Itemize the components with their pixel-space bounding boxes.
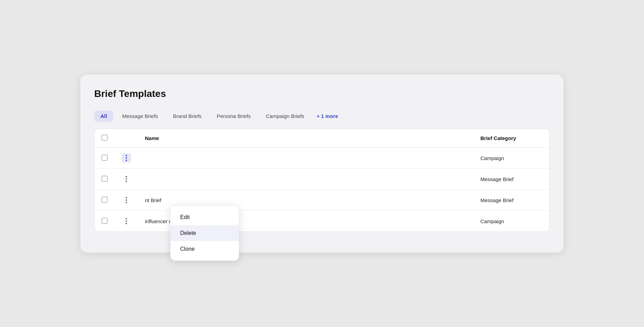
table-header-row: Name Brief Category xyxy=(95,129,549,148)
row3-checkbox[interactable] xyxy=(101,197,108,203)
header-actions-col xyxy=(115,129,138,148)
row2-name xyxy=(138,169,474,190)
context-menu-edit[interactable]: Edit xyxy=(170,209,239,225)
filter-brand-briefs[interactable]: Brand Briefs xyxy=(167,110,208,122)
row2-checkbox[interactable] xyxy=(101,176,108,182)
filter-more-button[interactable]: + 1 more xyxy=(313,110,341,122)
context-menu-delete[interactable]: Delete xyxy=(170,225,239,241)
filter-all[interactable]: All xyxy=(94,110,113,122)
row4-category: Campaign xyxy=(474,211,549,232)
dot1 xyxy=(126,197,127,198)
row1-actions-button[interactable] xyxy=(121,153,131,163)
briefs-table: Name Brief Category xyxy=(95,129,549,231)
dot2 xyxy=(126,178,127,180)
dot2 xyxy=(126,220,127,222)
row4-checkbox[interactable] xyxy=(101,218,108,224)
table-row: Campaign xyxy=(95,148,549,169)
page-title: Brief Templates xyxy=(94,88,550,99)
filter-campaign-briefs[interactable]: Campaign Briefs xyxy=(260,110,310,122)
table-container: Name Brief Category xyxy=(94,129,550,232)
row2-checkbox-cell xyxy=(95,169,115,190)
select-all-checkbox[interactable] xyxy=(101,135,108,141)
row1-checkbox[interactable] xyxy=(101,155,108,161)
header-name: Name xyxy=(138,129,474,148)
main-card: Brief Templates All Message Briefs Brand… xyxy=(80,75,564,252)
row2-actions-button[interactable] xyxy=(121,174,131,184)
row1-actions-cell xyxy=(115,148,138,169)
row4-actions-cell xyxy=(115,211,138,232)
context-menu: Edit Delete Clone xyxy=(170,206,239,261)
filter-message-briefs[interactable]: Message Briefs xyxy=(116,110,164,122)
dot3 xyxy=(126,160,127,161)
dot2 xyxy=(126,157,127,159)
row1-category: Campaign xyxy=(474,148,549,169)
header-category: Brief Category xyxy=(474,129,549,148)
filter-bar: All Message Briefs Brand Briefs Persona … xyxy=(94,110,550,122)
table-row: influencer campaign brief Campaign xyxy=(95,211,549,232)
table-row: Message Brief xyxy=(95,169,549,190)
dot3 xyxy=(126,223,127,224)
dot1 xyxy=(126,176,127,177)
filter-persona-briefs[interactable]: Persona Briefs xyxy=(211,110,257,122)
dot1 xyxy=(126,155,127,156)
dot3 xyxy=(126,181,127,182)
dot2 xyxy=(126,199,127,201)
row1-checkbox-cell xyxy=(95,148,115,169)
row3-category: Message Brief xyxy=(474,190,549,211)
dot3 xyxy=(126,202,127,203)
row3-checkbox-cell xyxy=(95,190,115,211)
row3-actions-cell xyxy=(115,190,138,211)
row2-category: Message Brief xyxy=(474,169,549,190)
row3-actions-button[interactable] xyxy=(121,195,131,205)
row2-actions-cell xyxy=(115,169,138,190)
row4-actions-button[interactable] xyxy=(121,216,131,226)
table-row: nt Brief Message Brief xyxy=(95,190,549,211)
dot1 xyxy=(126,218,127,219)
header-checkbox-col xyxy=(95,129,115,148)
row1-name xyxy=(138,148,474,169)
row4-checkbox-cell xyxy=(95,211,115,232)
context-menu-clone[interactable]: Clone xyxy=(170,241,239,257)
